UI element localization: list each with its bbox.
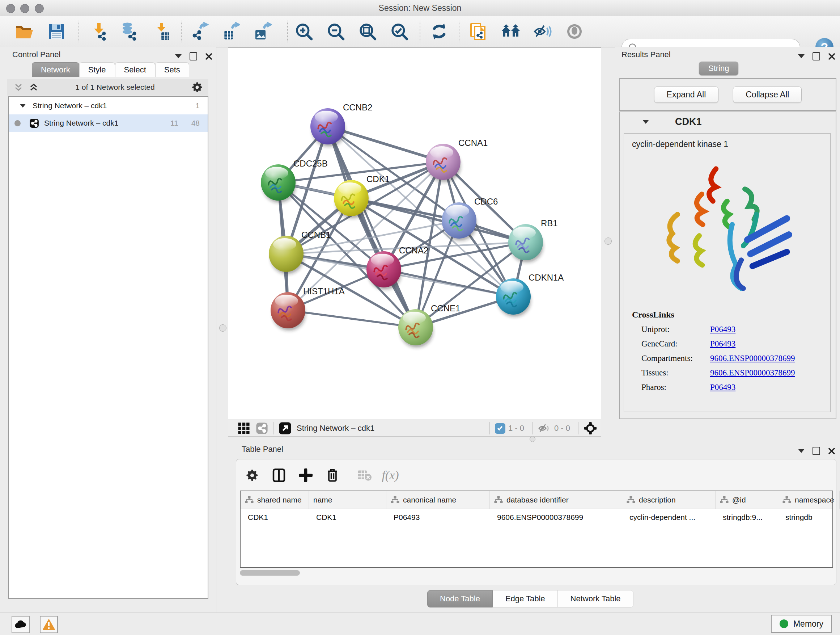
panel-menu-icon[interactable]: [175, 54, 182, 58]
node-CDC25B[interactable]: [261, 165, 295, 203]
shared-column-icon: [783, 496, 791, 504]
collapse-all-button[interactable]: Collapse All: [733, 87, 802, 103]
float-panel-icon[interactable]: [813, 447, 820, 455]
table-cell[interactable]: 9606.ENSP00000378699: [490, 509, 622, 526]
column-header--id[interactable]: @id: [715, 491, 778, 509]
tab-network-table[interactable]: Network Table: [558, 590, 633, 608]
tab-network[interactable]: Network: [32, 62, 79, 77]
crosslink-link[interactable]: P06493: [710, 325, 736, 334]
node-CCNA1[interactable]: [426, 144, 461, 182]
float-panel-icon[interactable]: [189, 52, 197, 60]
delete-column-icon[interactable]: [323, 466, 342, 485]
bottom-splitter-handle[interactable]: [530, 436, 535, 442]
add-column-icon[interactable]: [296, 466, 315, 485]
column-header-description[interactable]: description: [622, 491, 715, 509]
crosslink-link[interactable]: 9606.ENSP00000378699: [710, 354, 795, 363]
collapse-all-icon[interactable]: [14, 83, 23, 92]
float-panel-icon[interactable]: [813, 52, 820, 60]
right-splitter-handle[interactable]: [605, 238, 612, 245]
delete-table-icon[interactable]: [355, 466, 374, 485]
panel-menu-icon[interactable]: [798, 449, 805, 453]
tab-sets[interactable]: Sets: [155, 62, 189, 77]
column-header-shared-name[interactable]: shared name: [240, 491, 309, 509]
zoom-selected-icon[interactable]: [389, 21, 409, 42]
zoom-in-icon[interactable]: [294, 21, 314, 42]
network-label: String Network – cdk1: [44, 119, 171, 127]
memory-button[interactable]: Memory: [771, 615, 832, 633]
table-cell[interactable]: P06493: [386, 509, 490, 526]
table-row[interactable]: CDK1CDK1P064939606.ENSP00000378699cyclin…: [240, 509, 832, 526]
open-session-icon[interactable]: [14, 21, 35, 42]
expand-all-icon[interactable]: [29, 83, 38, 92]
fit-selected-crosshair-icon[interactable]: [584, 421, 597, 435]
gear-icon[interactable]: [192, 82, 202, 93]
table-panel-title: Table Panel: [242, 445, 283, 454]
import-table-icon[interactable]: [151, 21, 172, 42]
save-session-icon[interactable]: [46, 21, 66, 42]
network-canvas[interactable]: CCNB2CCNA1CDC25BCDK1CDC6RB1CCNB1CCNA2CDK…: [228, 48, 601, 420]
collection-expander-icon[interactable]: [20, 104, 25, 107]
cloud-button[interactable]: [11, 616, 30, 633]
clone-network-icon[interactable]: [469, 21, 489, 42]
left-splitter-handle[interactable]: [219, 325, 226, 332]
hide-selected-icon[interactable]: [532, 21, 553, 42]
zoom-out-icon[interactable]: [325, 21, 346, 42]
node-HIST1H1A[interactable]: [271, 292, 305, 331]
string-badge-icon[interactable]: [256, 422, 268, 434]
tab-select[interactable]: Select: [115, 62, 155, 77]
collection-label: String Network – cdk1: [33, 101, 195, 110]
column-header-name[interactable]: name: [309, 491, 386, 509]
network-row[interactable]: String Network – cdk1 11 48: [9, 114, 208, 132]
crosslink-link[interactable]: 9606.ENSP00000378699: [710, 368, 795, 378]
function-builder-icon[interactable]: f(x): [381, 466, 400, 485]
shared-column-icon: [627, 496, 635, 504]
expand-all-button[interactable]: Expand All: [654, 87, 719, 103]
tab-node-table[interactable]: Node Table: [427, 590, 493, 608]
panel-menu-icon[interactable]: [798, 54, 805, 58]
zoom-fit-icon[interactable]: [357, 21, 378, 42]
close-panel-icon[interactable]: [205, 53, 212, 60]
table-cell[interactable]: cyclin-dependent ...: [622, 509, 715, 526]
tab-style[interactable]: Style: [79, 62, 115, 77]
node-RB1[interactable]: [508, 224, 543, 263]
node-CCNA2[interactable]: [366, 251, 401, 290]
import-network-database-icon[interactable]: [118, 21, 139, 42]
node-label-RB1: RB1: [541, 218, 558, 228]
crosslink-link[interactable]: P06493: [710, 383, 736, 392]
node-CCNB1[interactable]: [269, 236, 303, 274]
tab-string[interactable]: String: [699, 62, 738, 75]
column-header-label: database identifier: [507, 496, 569, 504]
warning-button[interactable]: [40, 616, 58, 633]
show-all-icon[interactable]: [564, 21, 584, 42]
export-image-icon[interactable]: [253, 21, 273, 42]
tab-edge-table[interactable]: Edge Table: [493, 590, 558, 608]
birdseye-grid-icon[interactable]: [238, 422, 250, 434]
table-cell[interactable]: stringdb:9...: [715, 509, 778, 526]
node-CDKN1A[interactable]: [496, 279, 531, 317]
node-CDK1[interactable]: [334, 180, 369, 218]
export-table-icon[interactable]: [221, 21, 241, 42]
close-panel-icon[interactable]: [828, 448, 835, 455]
close-panel-icon[interactable]: [828, 53, 835, 60]
entry-expander-icon[interactable]: [643, 120, 649, 124]
apply-preferred-layout-icon[interactable]: [429, 21, 449, 42]
column-header-database-identifier[interactable]: database identifier: [490, 491, 622, 509]
table-cell[interactable]: CDK1: [309, 509, 386, 526]
column-header-canonical-name[interactable]: canonical name: [386, 491, 490, 509]
column-header-namespace[interactable]: namespace: [778, 491, 840, 509]
open-in-browser-icon[interactable]: [279, 422, 292, 435]
node-CCNE1[interactable]: [398, 309, 433, 348]
horizontal-scrollbar[interactable]: [240, 570, 300, 576]
network-collection-row[interactable]: String Network – cdk1 1: [9, 97, 208, 114]
import-network-file-icon[interactable]: [88, 21, 109, 42]
first-neighbors-icon[interactable]: [501, 21, 521, 42]
show-columns-icon[interactable]: [270, 466, 288, 485]
table-cell[interactable]: CDK1: [240, 509, 309, 526]
table-gear-icon[interactable]: [243, 466, 262, 485]
entry-header[interactable]: CDK1: [620, 112, 836, 131]
hidden-eye-icon[interactable]: [538, 423, 551, 434]
export-network-icon[interactable]: [189, 21, 210, 42]
selected-nodes-checkbox-icon[interactable]: [495, 423, 505, 434]
table-cell[interactable]: stringdb: [778, 509, 840, 526]
crosslink-link[interactable]: P06493: [710, 339, 736, 348]
